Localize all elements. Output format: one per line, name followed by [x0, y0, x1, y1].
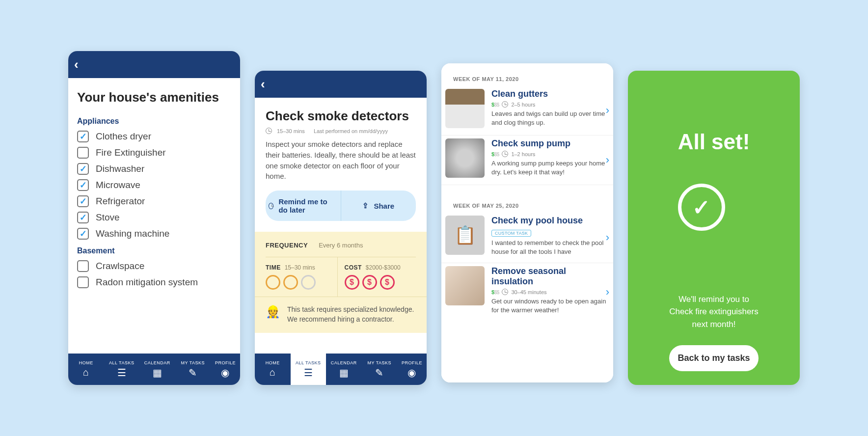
confirmation-content: All set! ✓ We'll remind you to Check fir…	[628, 71, 800, 385]
amenity-row[interactable]: Stove	[77, 212, 231, 223]
nav-label: HOME	[266, 360, 280, 365]
page-title: Your house's amenities	[77, 90, 231, 105]
clock-icon	[502, 101, 508, 108]
nav-label: MY TASKS	[367, 360, 391, 365]
task-row[interactable]: Clean gutters$$$2–5 hoursLeaves and twig…	[441, 86, 613, 136]
time-label: TIME	[266, 264, 281, 271]
confirmation-message: We'll remind you to Check fire extinguis…	[669, 293, 758, 331]
time-text: 2–5 hours	[511, 102, 535, 108]
task-description: A working sump pump keeps your home dry.…	[491, 159, 608, 176]
details-panel: FREQUENCY Every 6 months TIME 15–30 mins…	[255, 232, 427, 333]
time-value: 15–30 mins	[285, 264, 315, 271]
checkbox[interactable]	[77, 228, 89, 240]
amenity-label: Clothes dryer	[96, 131, 151, 142]
back-icon[interactable]: ‹	[74, 57, 79, 72]
frequency-row: FREQUENCY Every 6 months	[266, 242, 416, 257]
task-title: Clean gutters	[491, 89, 608, 99]
cost-value: $2000-$3000	[366, 264, 401, 271]
checkbox[interactable]	[77, 147, 89, 159]
frequency-label: FREQUENCY	[266, 242, 308, 249]
duration-text: 15–30 mins	[277, 128, 305, 134]
checkbox[interactable]	[77, 131, 89, 142]
nav-icon: ◉	[221, 367, 230, 379]
nav-label: ALL TASKS	[296, 360, 321, 365]
screen-task-list: WEEK OF MAY 11, 2020Clean gutters$$$2–5 …	[441, 63, 613, 382]
bottom-nav: HOME⌂ALL TASKS☰CALENDAR▦MY TASKS✎PROFILE…	[68, 354, 240, 385]
amenity-row[interactable]: Dishwasher	[77, 163, 231, 175]
amenity-row[interactable]: Fire Extinguisher	[77, 147, 231, 159]
task-meta: $$$30–45 minutes	[491, 289, 608, 295]
clock-icon	[266, 128, 272, 134]
amenity-row[interactable]: Refrigerator	[77, 195, 231, 207]
amenity-label: Stove	[96, 212, 120, 223]
week-label: WEEK OF MAY 11, 2020	[441, 73, 613, 86]
amenity-label: Refrigerator	[96, 196, 145, 207]
task-row[interactable]: 📋Check my pool houseCUSTOM TASKI wanted …	[441, 213, 613, 263]
clock-icon	[502, 151, 508, 157]
message-line: Check fire extinguishers	[669, 305, 758, 318]
top-bar: ‹	[68, 51, 240, 78]
clock-icon	[269, 203, 273, 209]
clock-icon	[301, 275, 316, 290]
nav-home[interactable]: HOME⌂	[255, 354, 291, 385]
task-thumbnail	[445, 138, 485, 178]
checkbox[interactable]	[77, 260, 89, 272]
chevron-right-icon: ›	[606, 231, 609, 244]
nav-calendar[interactable]: CALENDAR▦	[139, 354, 175, 385]
remind-later-button[interactable]: Remind me to do later	[266, 191, 341, 221]
amenity-row[interactable]: Crawlspace	[77, 260, 231, 272]
checkbox[interactable]	[77, 163, 89, 175]
nav-icon: ◉	[407, 367, 416, 379]
task-row[interactable]: Remove seasonal insulation$$$30–45 minut…	[441, 263, 613, 321]
task-meta: $$$1–2 hours	[491, 151, 608, 157]
nav-label: MY TASKS	[181, 360, 205, 365]
nav-icon: ⌂	[270, 367, 276, 378]
bottom-nav: HOME⌂ALL TASKS☰CALENDAR▦MY TASKS✎PROFILE…	[255, 354, 427, 385]
remind-label: Remind me to do later	[278, 197, 337, 214]
nav-profile[interactable]: PROFILE◉	[397, 354, 427, 385]
nav-calendar[interactable]: CALENDAR▦	[326, 354, 362, 385]
screen-confirmation: All set! ✓ We'll remind you to Check fir…	[628, 71, 800, 385]
amenity-row[interactable]: Radon mitigation system	[77, 276, 231, 288]
amenity-row[interactable]: Microwave	[77, 179, 231, 191]
amenity-label: Washing machine	[96, 228, 169, 239]
chevron-right-icon: ›	[606, 104, 609, 117]
check-circle-icon: ✓	[678, 184, 725, 231]
task-meta: $$$2–5 hours	[491, 101, 608, 108]
task-body: Clean gutters$$$2–5 hoursLeaves and twig…	[491, 89, 608, 127]
task-title: Check smoke detectors	[266, 109, 416, 124]
nav-label: PROFILE	[402, 360, 422, 365]
nav-icon: ⌂	[83, 367, 89, 378]
time-cell: TIME 15–30 mins	[266, 257, 338, 297]
amenity-row[interactable]: Clothes dryer	[77, 131, 231, 142]
task-row[interactable]: Check sump pump$$$1–2 hoursA working sum…	[441, 136, 613, 185]
amenities-content: Your house's amenities AppliancesClothes…	[68, 78, 240, 354]
checkbox[interactable]	[77, 195, 89, 207]
task-description: Inspect your smoke detectors and replace…	[266, 139, 416, 182]
nav-my-tasks[interactable]: MY TASKS✎	[362, 354, 398, 385]
nav-icon: ✎	[189, 367, 197, 379]
chevron-right-icon: ›	[606, 154, 609, 166]
back-to-tasks-button[interactable]: Back to my tasks	[669, 345, 758, 371]
task-body: Check my pool houseCUSTOM TASKI wanted t…	[491, 216, 608, 256]
task-title: Check my pool house	[491, 216, 608, 226]
nav-all-tasks[interactable]: ALL TASKS☰	[291, 354, 326, 385]
amenity-label: Microwave	[96, 180, 140, 191]
checkbox[interactable]	[77, 212, 89, 223]
amenity-label: Dishwasher	[96, 164, 144, 174]
share-button[interactable]: ⇪ Share	[341, 191, 416, 221]
clock-icon	[283, 275, 298, 290]
amenity-label: Crawlspace	[96, 261, 144, 272]
amenity-row[interactable]: Washing machine	[77, 228, 231, 240]
task-thumbnail: 📋	[445, 216, 485, 255]
checkbox[interactable]	[77, 179, 89, 191]
top-bar: ‹	[255, 71, 427, 98]
nav-home[interactable]: HOME⌂	[68, 354, 104, 385]
checkbox[interactable]	[77, 276, 89, 288]
chevron-right-icon: ›	[606, 286, 609, 299]
nav-all-tasks[interactable]: ALL TASKS☰	[104, 354, 140, 385]
task-thumbnail	[445, 89, 485, 128]
nav-profile[interactable]: PROFILE◉	[211, 354, 240, 385]
back-icon[interactable]: ‹	[261, 77, 265, 92]
nav-my-tasks[interactable]: MY TASKS✎	[175, 354, 211, 385]
